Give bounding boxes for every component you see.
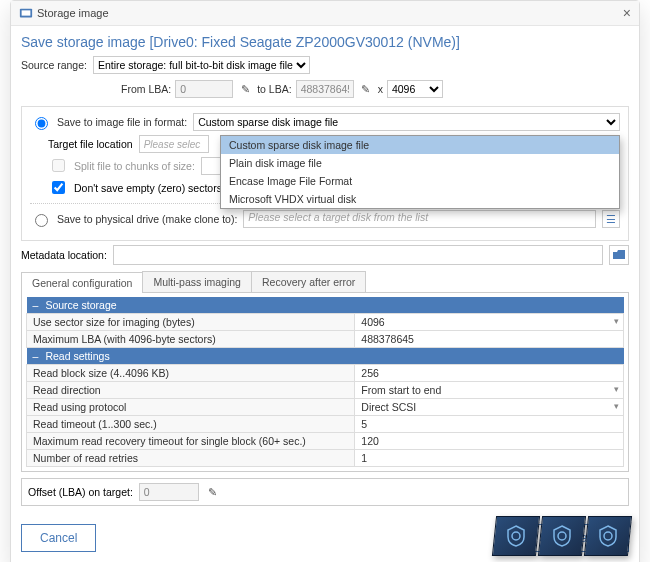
cancel-button[interactable]: Cancel	[21, 524, 96, 552]
svg-point-2	[512, 532, 520, 540]
app-icon	[19, 6, 33, 20]
metadata-location-input[interactable]	[113, 245, 603, 265]
split-file-label: Split file to chunks of size:	[74, 160, 195, 172]
row-sector-size-value[interactable]: 4096	[355, 314, 624, 331]
target-location-label: Target file location	[48, 138, 133, 150]
offset-label: Offset (LBA) on target:	[28, 486, 133, 498]
metadata-location-label: Metadata location:	[21, 249, 107, 261]
to-lba-input	[296, 80, 354, 98]
svg-point-4	[604, 532, 612, 540]
row-direction-label: Read direction	[27, 382, 355, 399]
row-recovery-timeout-value[interactable]: 120	[355, 433, 624, 450]
row-recovery-timeout-label: Maximum read recovery timeout for single…	[27, 433, 355, 450]
tab-general[interactable]: General configuration	[21, 272, 143, 293]
format-option-plain[interactable]: Plain disk image file	[221, 154, 619, 172]
offset-input	[139, 483, 199, 501]
x-label: x	[378, 83, 383, 95]
row-block-size-label: Read block size (4..4096 KB)	[27, 365, 355, 382]
row-direction-value[interactable]: From start to end	[355, 382, 624, 399]
row-max-lba-value[interactable]: 488378645	[355, 331, 624, 348]
row-block-size-value[interactable]: 256	[355, 365, 624, 382]
save-to-physical-radio[interactable]	[35, 214, 48, 227]
row-timeout-value[interactable]: 5	[355, 416, 624, 433]
browse-metadata-icon[interactable]	[609, 245, 629, 265]
section-read-settings[interactable]: – Read settings	[27, 348, 624, 365]
source-range-label: Source range:	[21, 59, 87, 71]
physical-drive-select[interactable]: Please select a target disk from the lis…	[243, 210, 596, 228]
row-protocol-value[interactable]: Direct SCSI	[355, 399, 624, 416]
row-timeout-label: Read timeout (1..300 sec.)	[27, 416, 355, 433]
drive-list-icon[interactable]: ☰	[602, 210, 620, 228]
row-protocol-label: Read using protocol	[27, 399, 355, 416]
sector-size-select[interactable]: 4096	[387, 80, 443, 98]
page-title: Save storage image [Drive0: Fixed Seagat…	[21, 34, 629, 50]
edit-to-lba-icon[interactable]: ✎	[358, 81, 374, 97]
app-icon-3[interactable]	[584, 516, 632, 556]
tab-recovery[interactable]: Recovery after error	[251, 271, 366, 292]
save-to-physical-label: Save to physical drive (make clone to):	[57, 213, 237, 225]
from-lba-input	[175, 80, 233, 98]
skip-zero-label: Don't save empty (zero) sectors	[74, 182, 222, 194]
skip-zero-checkbox[interactable]	[52, 181, 65, 194]
edit-from-lba-icon[interactable]: ✎	[237, 81, 253, 97]
taskbar-icons	[494, 516, 630, 556]
target-location-input[interactable]	[139, 135, 209, 153]
split-file-checkbox	[52, 159, 65, 172]
image-format-select[interactable]: Custom sparse disk image file	[193, 113, 620, 131]
section-source-storage[interactable]: – Source storage	[27, 297, 624, 314]
format-option-encase[interactable]: Encase Image File Format	[221, 172, 619, 190]
app-icon-2[interactable]	[538, 516, 586, 556]
tab-multipass[interactable]: Multi-pass imaging	[142, 271, 252, 292]
save-to-image-label: Save to image file in format:	[57, 116, 187, 128]
save-to-image-radio[interactable]	[35, 117, 48, 130]
image-format-dropdown: Custom sparse disk image file Plain disk…	[220, 135, 620, 209]
svg-rect-1	[22, 10, 31, 15]
source-range-select[interactable]: Entire storage: full bit-to-bit disk ima…	[93, 56, 310, 74]
svg-point-3	[558, 532, 566, 540]
app-icon-1[interactable]	[492, 516, 540, 556]
row-retries-label: Number of read retries	[27, 450, 355, 467]
window-title: Storage image	[37, 7, 109, 19]
row-retries-value[interactable]: 1	[355, 450, 624, 467]
edit-offset-icon[interactable]: ✎	[205, 484, 221, 500]
to-lba-label: to LBA:	[257, 83, 291, 95]
from-lba-label: From LBA:	[121, 83, 171, 95]
close-icon[interactable]: ×	[623, 5, 631, 21]
row-sector-size-label: Use sector size for imaging (bytes)	[27, 314, 355, 331]
format-option-vhdx[interactable]: Microsoft VHDX virtual disk	[221, 190, 619, 208]
format-option-custom-sparse[interactable]: Custom sparse disk image file	[221, 136, 619, 154]
row-max-lba-label: Maximum LBA (with 4096-byte sectors)	[27, 331, 355, 348]
